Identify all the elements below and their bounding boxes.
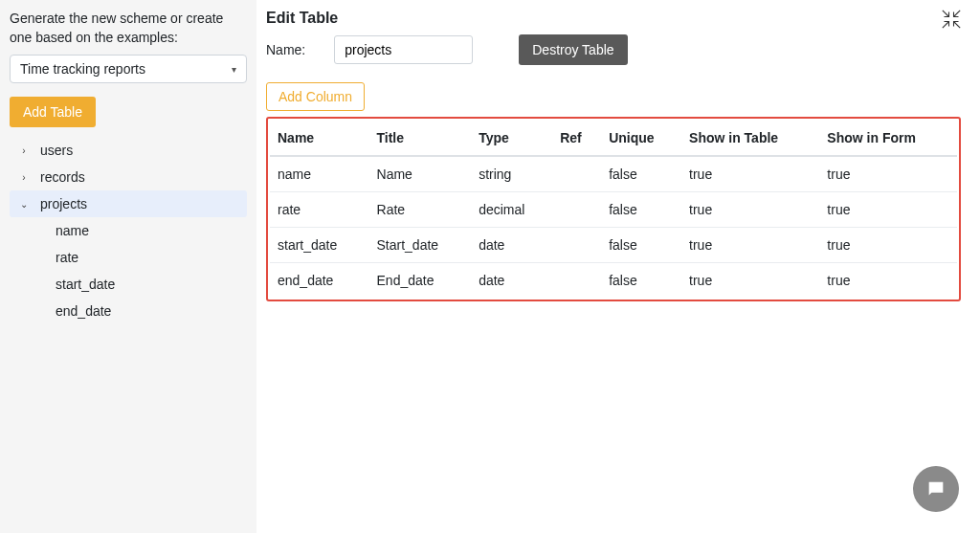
sidebar-item-label: records (40, 169, 85, 185)
sidebar-column-rate[interactable]: rate (10, 244, 247, 271)
cell-ref (552, 263, 601, 299)
cell-show-table: true (681, 228, 819, 263)
destroy-table-button[interactable]: Destroy Table (519, 34, 627, 65)
cell-unique: false (601, 228, 681, 263)
sidebar-column-start-date[interactable]: start_date (10, 271, 247, 298)
table-name-input[interactable] (334, 35, 473, 64)
columns-table-highlight: Name Title Type Ref Unique Show in Table… (266, 117, 961, 301)
chevron-down-icon: ▾ (232, 64, 236, 75)
sidebar-column-name[interactable]: name (10, 217, 247, 244)
add-column-button[interactable]: Add Column (266, 82, 365, 111)
cell-title: Rate (369, 192, 472, 228)
cell-type: string (471, 156, 552, 192)
table-row[interactable]: start_date Start_date date false true tr… (270, 228, 957, 263)
page-title: Edit Table (266, 10, 628, 27)
col-header-type: Type (471, 121, 552, 156)
cell-title: Start_date (369, 228, 472, 263)
sidebar-item-label: users (40, 143, 73, 158)
add-table-button[interactable]: Add Table (10, 97, 96, 127)
col-header-name: Name (270, 121, 369, 156)
cell-show-table: true (681, 263, 819, 299)
cell-show-table: true (681, 192, 819, 228)
cell-name: end_date (270, 263, 369, 299)
table-row[interactable]: name Name string false true true (270, 156, 957, 192)
cell-type: date (471, 228, 552, 263)
sidebar-column-label: start_date (56, 277, 115, 292)
cell-type: decimal (471, 192, 552, 228)
chat-fab[interactable] (913, 466, 959, 512)
scheme-dropdown[interactable]: Time tracking reports ▾ (10, 55, 247, 83)
columns-header-row: Name Title Type Ref Unique Show in Table… (270, 121, 957, 156)
sidebar-item-records[interactable]: › records (10, 164, 247, 190)
sidebar-column-label: rate (56, 250, 78, 265)
cell-name: name (270, 156, 369, 192)
cell-unique: false (601, 192, 681, 228)
cell-show-table: true (681, 156, 819, 192)
sidebar-item-label: projects (40, 196, 87, 211)
cell-show-form: true (819, 156, 957, 192)
table-row[interactable]: end_date End_date date false true true (270, 263, 957, 299)
cell-show-form: true (819, 228, 957, 263)
cell-ref (552, 156, 601, 192)
cell-title: End_date (369, 263, 472, 299)
sidebar-item-users[interactable]: › users (10, 137, 247, 164)
cell-name: rate (270, 192, 369, 228)
collapse-icon[interactable] (942, 10, 961, 29)
sidebar-column-end-date[interactable]: end_date (10, 298, 247, 324)
table-row[interactable]: rate Rate decimal false true true (270, 192, 957, 228)
chevron-right-icon: › (17, 172, 31, 183)
cell-unique: false (601, 263, 681, 299)
chevron-right-icon: › (17, 145, 31, 156)
sidebar-prompt: Generate the new scheme or create one ba… (10, 10, 247, 47)
cell-type: date (471, 263, 552, 299)
cell-ref (552, 192, 601, 228)
columns-table: Name Title Type Ref Unique Show in Table… (270, 121, 957, 298)
main-panel: Edit Table Name: Destroy Table Add Colum… (256, 0, 980, 533)
cell-show-form: true (819, 263, 957, 299)
cell-unique: false (601, 156, 681, 192)
chevron-down-icon: ⌄ (17, 199, 31, 210)
col-header-ref: Ref (552, 121, 601, 156)
cell-name: start_date (270, 228, 369, 263)
sidebar-item-projects-children: name rate start_date end_date (10, 217, 247, 324)
sidebar-column-label: name (56, 223, 89, 238)
chat-icon (925, 478, 947, 500)
cell-ref (552, 228, 601, 263)
col-header-title: Title (369, 121, 472, 156)
sidebar-item-projects[interactable]: ⌄ projects (10, 190, 247, 217)
scheme-dropdown-value: Time tracking reports (20, 61, 145, 77)
col-header-show-form: Show in Form (819, 121, 957, 156)
cell-title: Name (369, 156, 472, 192)
name-label: Name: (266, 42, 305, 57)
sidebar-column-label: end_date (56, 303, 111, 319)
cell-show-form: true (819, 192, 957, 228)
sidebar: Generate the new scheme or create one ba… (0, 0, 256, 533)
tables-tree: › users › records ⌄ projects name rate s… (10, 137, 247, 324)
col-header-unique: Unique (601, 121, 681, 156)
col-header-show-table: Show in Table (681, 121, 819, 156)
